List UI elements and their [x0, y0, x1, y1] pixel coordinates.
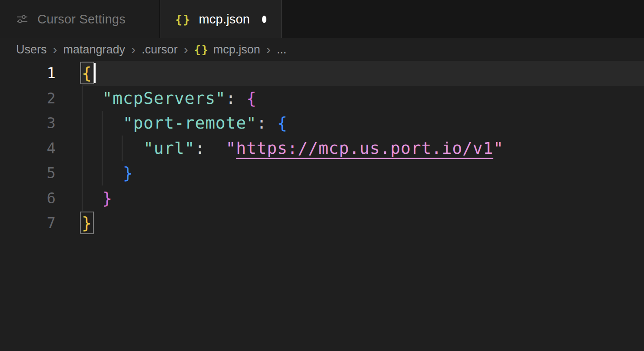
code-token: ": [493, 139, 504, 158]
code-line-content: {: [82, 61, 644, 86]
code-token: {: [246, 89, 257, 108]
code-token: [82, 139, 143, 158]
code-token: }: [102, 189, 113, 208]
line-number[interactable]: 1: [0, 61, 82, 86]
code-token: "mcpServers": [102, 89, 226, 108]
line-number[interactable]: 5: [0, 161, 82, 186]
line-number[interactable]: 7: [0, 211, 82, 236]
code-line-content: }: [82, 161, 644, 186]
code-token: ": [226, 139, 236, 158]
editor[interactable]: 1{2 "mcpServers": {3 "port-remote": {4 "…: [0, 61, 644, 351]
json-braces-icon: {}: [175, 13, 191, 26]
sliders-icon: [15, 12, 30, 26]
line-number[interactable]: 3: [0, 111, 82, 136]
code-line-content: "mcpServers": {: [82, 86, 644, 111]
code-token: {: [82, 63, 92, 83]
code-line-content: }: [82, 186, 644, 211]
line-number[interactable]: 6: [0, 186, 82, 211]
code-line-content: "port-remote": {: [82, 111, 644, 136]
code-line[interactable]: 7}: [0, 211, 644, 236]
code-token: {: [277, 113, 288, 132]
code-token: :: [195, 139, 205, 158]
modified-dot-icon[interactable]: [262, 16, 266, 23]
breadcrumb-item-matangrady[interactable]: matangrady: [63, 43, 126, 56]
breadcrumb-separator: ›: [53, 43, 57, 56]
code-token: [82, 113, 123, 132]
code-line-content: }: [82, 211, 644, 236]
code-token: "url": [143, 139, 195, 158]
code-token: [267, 113, 277, 132]
json-braces-icon: {}: [194, 43, 209, 56]
tabbar-empty-space: [282, 0, 644, 38]
breadcrumb-separator: ›: [131, 43, 136, 56]
tab-bar: Cursor Settings {} mcp.json: [0, 0, 644, 38]
code-token: :: [257, 113, 267, 132]
url-link[interactable]: https://mcp.us.port.io/v1: [236, 139, 493, 158]
code-line[interactable]: 6 }: [0, 186, 644, 211]
line-number[interactable]: 4: [0, 136, 82, 161]
code-token: [82, 189, 102, 208]
tab-mcp-json[interactable]: {} mcp.json: [160, 0, 282, 38]
line-number[interactable]: 2: [0, 86, 82, 111]
code-token: }: [123, 163, 133, 182]
breadcrumb-item-cursor-dir[interactable]: .cursor: [142, 43, 178, 56]
code-token: :: [226, 89, 236, 108]
tab-label: Cursor Settings: [37, 12, 126, 26]
code-token: "port-remote": [123, 113, 257, 132]
code-line[interactable]: 3 "port-remote": {: [0, 111, 644, 136]
tab-label: mcp.json: [199, 12, 250, 26]
code-line-content: "url": "https://mcp.us.port.io/v1": [82, 136, 644, 161]
code-line[interactable]: 4 "url": "https://mcp.us.port.io/v1": [0, 136, 644, 161]
code-token: [236, 89, 246, 108]
code-token: [205, 139, 226, 158]
code-token: [82, 89, 102, 108]
breadcrumb-separator: ›: [184, 43, 188, 56]
code-line[interactable]: 2 "mcpServers": {: [0, 86, 644, 111]
tab-cursor-settings[interactable]: Cursor Settings: [0, 0, 160, 38]
breadcrumb-item-symbol-path[interactable]: ...: [277, 43, 287, 56]
code-line[interactable]: 1{: [0, 61, 644, 86]
code-lines: 1{2 "mcpServers": {3 "port-remote": {4 "…: [0, 61, 644, 236]
code-token: }: [82, 213, 92, 232]
code-line[interactable]: 5 }: [0, 161, 644, 186]
text-cursor: [94, 63, 96, 83]
breadcrumb-separator: ›: [266, 43, 271, 56]
breadcrumb: Users › matangrady › .cursor › {} mcp.js…: [0, 38, 644, 61]
code-token: [82, 163, 123, 182]
breadcrumb-item-mcp-json[interactable]: {} mcp.json: [194, 43, 260, 56]
breadcrumb-item-users[interactable]: Users: [16, 43, 47, 56]
